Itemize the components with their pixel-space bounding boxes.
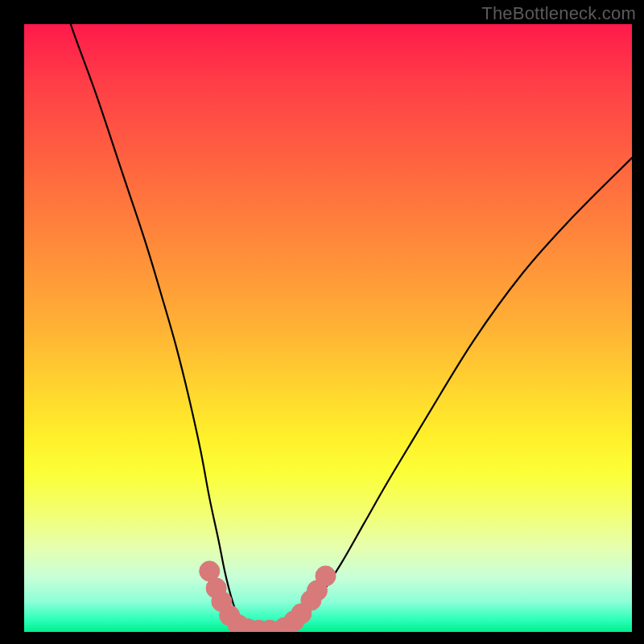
curve-layer: [24, 24, 632, 632]
curve-markers: [200, 561, 336, 632]
bottleneck-curve: [55, 24, 632, 630]
watermark-text: TheBottleneck.com: [481, 3, 636, 24]
curve-marker: [316, 566, 336, 586]
chart-frame: TheBottleneck.com: [0, 0, 644, 644]
plot-area: [24, 24, 632, 632]
